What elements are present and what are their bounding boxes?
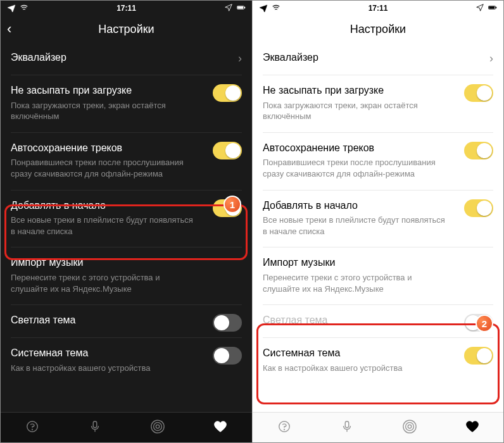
row-import[interactable]: Импорт музыки Перенесите треки с этого у…	[263, 247, 493, 305]
toggle-nosleep[interactable]	[464, 84, 493, 102]
row-systemtheme: Системная тема Как в настройках вашего у…	[263, 338, 493, 384]
page-title: Настройки	[98, 23, 154, 36]
battery-icon	[488, 3, 497, 14]
row-label: Эквалайзер	[263, 51, 493, 65]
toggle-autosave[interactable]	[464, 142, 493, 159]
phone-dark: 17:11 ‹ Настройки Эквалайзер › Не засыпа…	[1, 1, 252, 442]
page-title: Настройки	[350, 23, 406, 36]
row-addtop: Добавлять в начало Все новые треки в пле…	[11, 190, 242, 248]
svg-rect-10	[496, 7, 496, 8]
row-sub: Понравившиеся треки после прослушивания …	[11, 157, 194, 179]
row-equalizer[interactable]: Эквалайзер ›	[263, 42, 493, 75]
row-nosleep: Не засыпать при загрузке Пока загружаютс…	[263, 75, 493, 133]
back-icon[interactable]: ‹	[7, 21, 11, 37]
row-autosave: Автосохранение треков Понравившиеся трек…	[11, 133, 242, 190]
row-sub: Пока загружаются треки, экран остаётся в…	[263, 100, 446, 122]
toggle-systemtheme[interactable]	[464, 347, 493, 365]
row-label: Добавлять в начало	[263, 199, 493, 213]
row-sub: Понравившиеся треки после прослушивания …	[263, 157, 446, 179]
row-label: Светлая тема	[263, 314, 493, 327]
row-label: Добавлять в начало	[11, 199, 242, 213]
row-lighttheme: Светлая тема	[263, 305, 493, 338]
svg-point-6	[156, 425, 160, 428]
toggle-lighttheme[interactable]	[213, 314, 242, 332]
chevron-right-icon: ›	[489, 52, 493, 65]
row-addtop: Добавлять в начало Все новые треки в пле…	[263, 190, 493, 248]
svg-point-15	[408, 425, 412, 428]
row-sub: Как в настройках вашего устройства	[263, 363, 446, 374]
row-autosave: Автосохранение треков Понравившиеся трек…	[263, 133, 493, 190]
row-sub: Как в настройках вашего устройства	[11, 363, 194, 374]
row-equalizer[interactable]: Эквалайзер ›	[11, 42, 242, 75]
row-nosleep: Не засыпать при загрузке Пока загружаютс…	[11, 75, 242, 133]
row-label: Автосохранение треков	[263, 142, 493, 155]
status-time: 17:11	[369, 4, 388, 13]
toggle-autosave[interactable]	[213, 142, 242, 159]
row-sub: Перенесите треки с этого устройства и сл…	[11, 272, 194, 294]
tab-my[interactable]	[465, 420, 479, 435]
svg-rect-5	[93, 421, 97, 428]
toggle-nosleep[interactable]	[213, 84, 242, 102]
toggle-addtop[interactable]	[464, 199, 493, 217]
tab-feed[interactable]	[25, 420, 39, 435]
row-label: Автосохранение треков	[11, 142, 242, 155]
svg-point-4	[32, 429, 32, 430]
svg-point-7	[154, 423, 162, 431]
toggle-lighttheme[interactable]	[464, 314, 493, 332]
svg-rect-11	[489, 6, 495, 8]
toggle-systemtheme[interactable]	[213, 347, 242, 365]
nav-header: Настройки	[253, 16, 503, 42]
row-sub: Все новые треки в плейлисте будут появля…	[263, 215, 446, 237]
tab-radio[interactable]	[403, 420, 417, 435]
svg-point-13	[284, 429, 284, 430]
row-sub: Перенесите треки с этого устройства и сл…	[263, 272, 446, 294]
status-bar: 17:11	[253, 1, 503, 16]
battery-icon	[237, 3, 246, 14]
airplane-icon	[7, 3, 16, 14]
airplane-icon	[259, 3, 268, 14]
row-label: Светлая тема	[11, 314, 242, 327]
row-label: Системная тема	[263, 347, 493, 360]
tab-podcasts[interactable]	[340, 420, 354, 435]
wifi-icon	[272, 3, 280, 14]
row-label: Эквалайзер	[11, 51, 242, 65]
toggle-addtop[interactable]	[213, 199, 242, 217]
row-lighttheme: Светлая тема	[11, 305, 242, 338]
row-label: Импорт музыки	[11, 256, 242, 270]
svg-rect-1	[244, 7, 245, 8]
row-label: Системная тема	[11, 347, 242, 360]
svg-point-16	[405, 423, 413, 431]
location-icon	[476, 3, 484, 14]
tab-podcasts[interactable]	[88, 420, 102, 435]
row-systemtheme: Системная тема Как в настройках вашего у…	[11, 338, 242, 384]
tab-feed[interactable]	[277, 420, 291, 435]
location-icon	[224, 3, 233, 14]
row-sub: Пока загружаются треки, экран остаётся в…	[11, 100, 194, 122]
row-label: Не засыпать при загрузке	[11, 84, 242, 97]
wifi-icon	[20, 3, 28, 14]
svg-rect-14	[345, 421, 349, 428]
row-label: Не засыпать при загрузке	[263, 84, 493, 97]
tab-radio[interactable]	[151, 420, 165, 435]
row-import[interactable]: Импорт музыки Перенесите треки с этого у…	[11, 247, 242, 305]
row-sub: Все новые треки в плейлисте будут появля…	[11, 215, 194, 237]
phone-light: 17:11 Настройки Эквалайзер › Не засыпать…	[252, 1, 503, 442]
svg-rect-2	[237, 6, 243, 8]
tab-my[interactable]	[213, 420, 227, 435]
tab-bar	[1, 412, 252, 442]
tab-bar	[253, 412, 503, 442]
row-label: Импорт музыки	[263, 256, 493, 270]
status-bar: 17:11	[1, 1, 252, 16]
nav-header: ‹ Настройки	[1, 16, 252, 42]
status-time: 17:11	[117, 4, 136, 13]
chevron-right-icon: ›	[238, 52, 242, 65]
